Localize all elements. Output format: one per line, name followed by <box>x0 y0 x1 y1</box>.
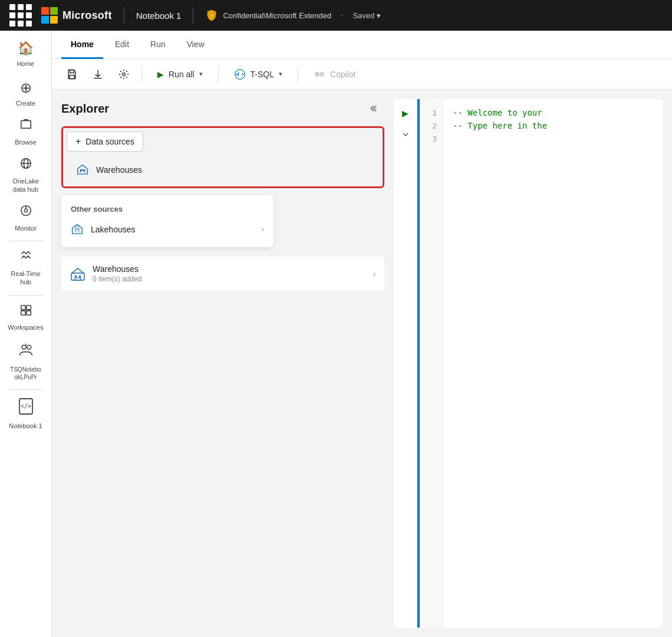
toolbar-divider-1 <box>141 66 142 83</box>
explorer-items-list: Warehouses 0 item(s) added › <box>61 257 384 291</box>
create-icon: ⊕ <box>20 78 32 97</box>
sidebar-label-home: Home <box>17 60 34 68</box>
saved-chevron-icon[interactable]: ▾ <box>377 11 381 20</box>
warehouses-item-name: Warehouses <box>93 264 366 274</box>
run-all-label: Run all <box>169 70 195 79</box>
tsql-btn[interactable]: T-SQL ▾ <box>226 65 291 84</box>
editor-code-area[interactable]: -- Welcome to your -- Type here in the <box>443 99 663 628</box>
sidebar-label-notebook1: Notebook 1 <box>9 422 42 430</box>
sidebar-item-onelake[interactable]: OneLake data hub <box>2 152 50 198</box>
svg-point-5 <box>24 209 28 213</box>
svg-rect-8 <box>26 305 30 309</box>
main-layout: 🏠 Home ⊕ Create Browse OneLake <box>0 31 672 637</box>
sidebar-divider-3 <box>8 389 44 390</box>
lakehouse-icon <box>71 222 84 237</box>
tab-run[interactable]: Run <box>141 31 175 59</box>
settings-btn[interactable] <box>113 64 134 85</box>
svg-rect-9 <box>21 310 25 314</box>
dropdown-warehouses-label: Warehouses <box>96 165 142 175</box>
datasources-highlight: + Data sources <box>61 126 384 188</box>
save-status: Saved ▾ <box>353 11 381 20</box>
svg-text:!: ! <box>211 14 213 19</box>
sidebar-item-tsqnotebook[interactable]: TSQNotebo okLPuPr <box>2 337 50 386</box>
download-btn[interactable] <box>87 64 108 85</box>
svg-rect-7 <box>21 305 25 309</box>
tsqnotebook-icon <box>18 342 34 363</box>
sidebar-item-browse[interactable]: Browse <box>2 113 50 151</box>
sidebar-label-browse: Browse <box>15 138 37 146</box>
workspaces-icon <box>19 304 32 321</box>
tab-bar: Home Edit Run View <box>52 31 672 59</box>
editor-down-btn[interactable] <box>396 125 415 144</box>
lakehouses-chevron-icon: › <box>262 225 264 234</box>
line-number-2: 2 <box>420 119 443 132</box>
line-number-1: 1 <box>420 106 443 119</box>
sidebar-item-notebook1[interactable]: </> Notebook 1 <box>2 393 50 435</box>
svg-point-11 <box>22 346 26 350</box>
topbar-divider-2 <box>193 7 193 24</box>
datasources-label: Data sources <box>85 137 134 146</box>
sidebar-label-workspaces: Workspaces <box>8 323 43 331</box>
run-arrow-icon: ▶ <box>157 70 164 79</box>
home-icon: 🏠 <box>18 40 34 57</box>
browse-icon <box>19 118 32 136</box>
onelake-icon <box>19 157 32 175</box>
sidebar: 🏠 Home ⊕ Create Browse OneLake <box>0 31 52 637</box>
save-btn[interactable] <box>61 64 83 85</box>
editor-run-btn[interactable]: ▶ <box>396 104 415 123</box>
plus-icon: + <box>75 136 81 147</box>
sidebar-label-monitor: Monitor <box>15 224 37 232</box>
sidebar-item-create[interactable]: ⊕ Create <box>2 74 50 112</box>
explorer-title: Explorer <box>61 102 109 116</box>
shield-icon: ! <box>205 9 218 22</box>
save-label: Saved <box>353 11 374 20</box>
datasources-btn[interactable]: + Data sources <box>67 132 143 152</box>
line-number-3: 3 <box>420 132 443 145</box>
svg-point-20 <box>315 71 319 76</box>
dropdown-warehouses-item[interactable]: Warehouses <box>67 156 379 183</box>
topbar-divider-1 <box>124 7 124 24</box>
run-all-btn[interactable]: ▶ Run all ▾ <box>149 66 211 83</box>
sidebar-item-workspaces[interactable]: Workspaces <box>2 299 50 337</box>
sidebar-item-monitor[interactable]: Monitor <box>2 199 50 237</box>
copilot-label: Copilot <box>330 70 356 79</box>
copilot-btn[interactable]: Copilot <box>305 65 364 84</box>
other-sources-label: Other sources <box>61 200 274 216</box>
content-area: Home Edit Run View <box>52 31 672 637</box>
dropdown-lakehouses-item[interactable]: Lakehouses › <box>61 216 274 242</box>
explorer-warehouses-item[interactable]: Warehouses 0 item(s) added › <box>61 257 384 291</box>
sidebar-label-tsqnotebook: TSQNotebo okLPuPr <box>6 366 46 381</box>
warehouse-dropdown-icon <box>76 162 89 177</box>
tab-edit[interactable]: Edit <box>106 31 139 59</box>
tsql-dropdown-icon: ▾ <box>279 70 282 78</box>
run-all-dropdown-icon: ▾ <box>199 70 203 78</box>
topbar-dot: · <box>341 10 343 21</box>
tab-view[interactable]: View <box>177 31 214 59</box>
toolbar-divider-2 <box>218 66 219 83</box>
brand-name: Microsoft <box>62 9 112 22</box>
sidebar-divider-2 <box>8 295 44 295</box>
microsoft-logo: Microsoft <box>41 7 112 24</box>
svg-point-18 <box>123 73 126 75</box>
warehouses-item-text: Warehouses 0 item(s) added <box>93 264 366 283</box>
tab-home[interactable]: Home <box>61 31 103 59</box>
svg-text:</>: </> <box>20 403 31 409</box>
svg-point-21 <box>319 71 324 76</box>
app-launcher-grid[interactable] <box>9 4 32 27</box>
code-line-2: -- Type here in the <box>453 119 653 132</box>
toolbar: ▶ Run all ▾ T-SQL ▾ Copilot <box>52 59 672 90</box>
tsql-icon <box>234 68 246 80</box>
bottom-area: Explorer + Data sources <box>52 90 672 637</box>
other-sources-dropdown: Other sources Lakehouses › <box>61 195 274 247</box>
code-line-3 <box>453 132 653 145</box>
sidebar-item-home[interactable]: 🏠 Home <box>2 35 50 73</box>
warehouses-chevron-icon: › <box>373 270 375 278</box>
svg-rect-17 <box>70 75 74 78</box>
sidebar-divider-1 <box>8 241 44 241</box>
editor-side-toolbar: ▶ <box>394 99 417 628</box>
explorer-collapse-btn[interactable] <box>365 99 384 118</box>
dropdown-lakehouses-label: Lakehouses <box>91 225 136 234</box>
sidebar-item-realtime[interactable]: Real-Time hub <box>2 245 50 291</box>
editor-gutter: 1 2 3 <box>420 99 443 628</box>
toolbar-divider-3 <box>298 66 298 83</box>
